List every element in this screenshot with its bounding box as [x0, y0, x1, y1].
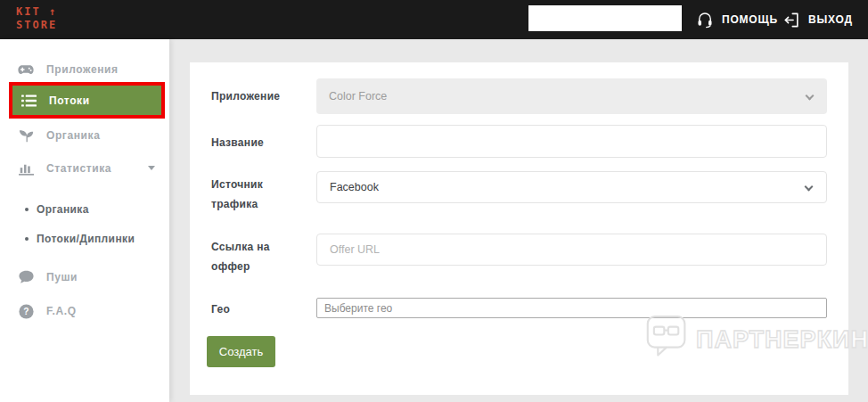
- list-icon: [20, 93, 37, 109]
- watermark-text: ПАРТНЕРКИН: [696, 326, 868, 354]
- chat-bubble-icon: [18, 269, 34, 285]
- sidebar-item-label: Приложения: [46, 63, 119, 76]
- app-logo[interactable]: KIT ↑ STORE: [16, 5, 57, 32]
- sidebar-subitem-flows-deeplinks[interactable]: Потоки/Диплинки: [0, 226, 169, 252]
- top-bar: KIT ↑ STORE ПОМОЩЬ: [0, 0, 868, 39]
- bullet-icon: [25, 237, 29, 241]
- svg-text:?: ?: [23, 307, 29, 316]
- sidebar-item-label: Пуши: [46, 271, 78, 283]
- sidebar-subitem-label: Органика: [37, 203, 89, 216]
- exit-icon: [783, 12, 800, 29]
- annotation-red-box: Потоки: [9, 82, 165, 119]
- help-label: ПОМОЩЬ: [722, 13, 778, 26]
- question-circle-icon: ?: [18, 303, 34, 319]
- field-label-application: Приложение: [211, 86, 307, 106]
- sidebar-item-label: Органика: [46, 129, 100, 142]
- sidebar-item-organic[interactable]: Органика: [0, 122, 169, 149]
- logout-label: ВЫХОД: [808, 13, 853, 26]
- watermark-bubble-glasses-icon: [646, 315, 687, 365]
- traffic-source-select[interactable]: Facebook: [316, 171, 827, 203]
- gamepad-icon: [18, 62, 34, 78]
- bar-chart-icon: [18, 160, 34, 176]
- create-flow-form: Приложение Color Force Название Источник…: [190, 62, 848, 395]
- traffic-source-select-value: Facebook: [330, 181, 379, 193]
- field-label-traffic-source: Источник трафика: [211, 175, 307, 214]
- field-label-offer-url: Ссылка на оффер: [211, 237, 307, 276]
- sidebar-item-faq[interactable]: ? F.A.Q: [0, 298, 169, 324]
- main-area: Приложение Color Force Название Источник…: [169, 39, 868, 402]
- sidebar-item-statistics[interactable]: Статистика: [0, 155, 169, 182]
- offer-url-input[interactable]: [316, 234, 827, 266]
- application-select[interactable]: Color Force: [316, 78, 827, 114]
- sidebar-item-flows[interactable]: Потоки: [12, 86, 161, 115]
- sidebar-item-label: F.A.Q: [46, 305, 77, 317]
- bullet-icon: [25, 208, 29, 211]
- page: KIT ↑ STORE ПОМОЩЬ: [0, 0, 868, 402]
- chevron-down-icon: [805, 182, 814, 191]
- create-button[interactable]: Создать: [207, 336, 275, 367]
- logo-line-1: KIT ↑: [16, 5, 57, 19]
- sidebar-item-apps[interactable]: Приложения: [0, 56, 169, 83]
- chevron-down-icon: [148, 166, 155, 170]
- sidebar-subitem-label: Потоки/Диплинки: [37, 233, 135, 245]
- logout-button[interactable]: ВЫХОД: [783, 0, 853, 39]
- search-input[interactable]: [528, 5, 682, 31]
- name-input[interactable]: [316, 125, 827, 158]
- field-label-geo: Гео: [211, 299, 307, 319]
- watermark: ПАРТНЕРКИН: [646, 315, 868, 365]
- application-select-value: Color Force: [329, 90, 387, 103]
- logo-line-2: STORE: [16, 19, 57, 32]
- headset-icon: [696, 11, 714, 29]
- sprout-icon: [18, 127, 34, 144]
- sidebar-item-label: Статистика: [46, 162, 111, 175]
- field-label-name: Название: [211, 133, 307, 152]
- sidebar-item-label: Потоки: [49, 94, 90, 107]
- help-button[interactable]: ПОМОЩЬ: [696, 0, 778, 39]
- sidebar-item-pushes[interactable]: Пуши: [0, 264, 169, 291]
- sidebar: Приложения Потоки Органика: [0, 39, 169, 402]
- chevron-down-icon: [806, 91, 815, 100]
- sidebar-subitem-organic[interactable]: Органика: [0, 196, 169, 223]
